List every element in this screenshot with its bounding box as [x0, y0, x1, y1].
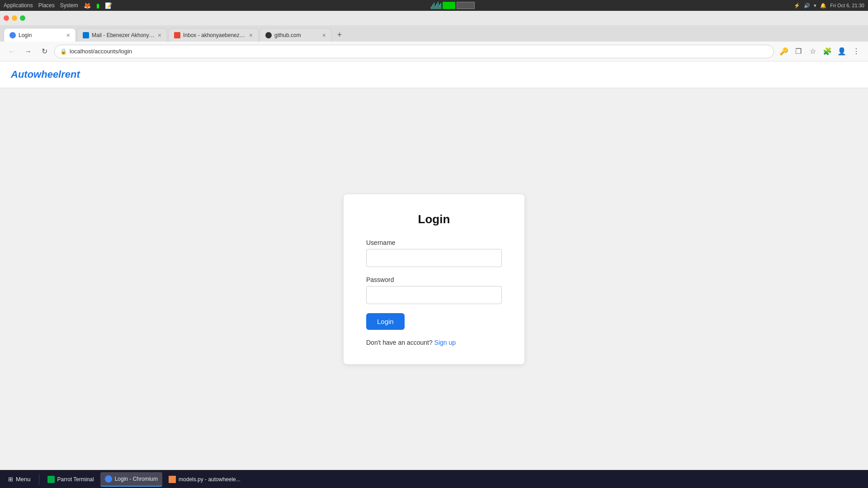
back-button[interactable]: ← — [5, 45, 18, 58]
chromium-taskbar-icon — [105, 475, 112, 483]
tab-login-favicon — [9, 32, 16, 38]
terminal-icon: ▮ — [96, 2, 99, 9]
editor-icon: 📝 — [105, 2, 112, 9]
datetime: Fri Oct 6, 21:30 — [830, 3, 864, 8]
maximize-window-button[interactable] — [20, 15, 25, 21]
profile-button[interactable]: 👤 — [835, 45, 848, 58]
firefox-icon: 🦊 — [84, 2, 91, 9]
tab-github-favicon — [265, 32, 272, 38]
tab-github-title: github.com — [274, 32, 320, 38]
site-header: Autowheelrent — [0, 61, 868, 88]
places-menu[interactable]: Places — [38, 2, 55, 9]
forward-button[interactable]: → — [22, 45, 34, 58]
address-text: localhost/accounts/login — [70, 48, 132, 55]
page-content: Autowheelrent Login Username Password Lo… — [0, 61, 868, 470]
taskbar-models-label: models.py - autowheele... — [179, 476, 241, 483]
taskbar-chromium-label: Login - Chromium — [115, 476, 158, 482]
tab-github-close[interactable]: × — [322, 32, 326, 39]
address-bar[interactable]: 🔒 localhost/accounts/login — [54, 45, 774, 58]
site-logo: Autowheelrent — [11, 69, 80, 80]
os-topbar: Applications Places System 🦊 ▮ 📝 ⚡ 🔊 ▾ 🔔… — [0, 0, 868, 11]
menu-button[interactable]: ⋮ — [850, 45, 863, 58]
signup-link[interactable]: Sign up — [434, 339, 456, 346]
signup-text: Don't have an account? Sign up — [366, 339, 502, 346]
share-button[interactable]: ❐ — [792, 45, 805, 58]
tab-login-title: Login — [19, 32, 64, 38]
secure-icon: 🔒 — [60, 48, 67, 55]
username-group: Username — [366, 239, 502, 267]
login-title: Login — [366, 212, 502, 226]
browser-window: Login × Mail - Ebenezer Akhonya... × Inb… — [0, 11, 868, 470]
memory-indicator — [443, 2, 455, 9]
taskbar-item-models[interactable]: models.py - autowheele... — [164, 472, 245, 487]
volume-icon: 🔊 — [804, 3, 810, 9]
tab-inbox-favicon — [174, 32, 180, 38]
nav-actions: 🔑 ❐ ☆ 🧩 👤 ⋮ — [778, 45, 863, 58]
taskbar-menu-button[interactable]: ⊞ Menu — [4, 474, 35, 484]
tab-mail-close[interactable]: × — [158, 32, 161, 39]
taskbar: ⊞ Menu Parrot Terminal Login - Chromium … — [0, 470, 868, 488]
save-password-button[interactable]: 🔑 — [778, 45, 790, 58]
network-indicator — [457, 2, 475, 9]
network-icon: ▾ — [814, 3, 816, 9]
password-label: Password — [366, 276, 502, 283]
browser-titlebar — [0, 11, 868, 25]
username-input[interactable] — [366, 249, 502, 267]
password-input[interactable] — [366, 286, 502, 304]
taskbar-item-chromium[interactable]: Login - Chromium — [100, 472, 162, 487]
tab-inbox-title: Inbox - akhonyaebenezer... — [183, 32, 246, 38]
tab-inbox[interactable]: Inbox - akhonyaebenezer... × — [168, 28, 259, 42]
bookmark-button[interactable]: ☆ — [807, 45, 819, 58]
login-button-container: Login — [366, 313, 502, 330]
tab-mail-favicon — [83, 32, 89, 38]
taskbar-separator-1 — [39, 474, 39, 485]
login-card: Login Username Password Login Don't have… — [344, 194, 524, 364]
signup-prompt: Don't have an account? — [366, 339, 433, 346]
tab-login-close[interactable]: × — [66, 32, 70, 39]
system-menu[interactable]: System — [60, 2, 78, 9]
new-tab-button[interactable]: + — [333, 28, 346, 42]
system-monitor — [431, 2, 475, 9]
site-main: Login Username Password Login Don't have… — [0, 88, 868, 470]
applications-menu[interactable]: Applications — [4, 2, 33, 9]
tab-mail[interactable]: Mail - Ebenezer Akhonya... × — [77, 28, 167, 42]
taskbar-terminal-label: Parrot Terminal — [57, 476, 94, 483]
terminal-taskbar-icon — [47, 476, 55, 483]
extensions-button[interactable]: 🧩 — [821, 45, 834, 58]
tab-github[interactable]: github.com × — [259, 28, 332, 42]
username-label: Username — [366, 239, 502, 246]
tab-login[interactable]: Login × — [4, 28, 76, 42]
window-controls — [4, 15, 25, 21]
reload-button[interactable]: ↻ — [38, 45, 51, 58]
taskbar-item-terminal[interactable]: Parrot Terminal — [43, 472, 99, 487]
tabs-bar: Login × Mail - Ebenezer Akhonya... × Inb… — [0, 25, 868, 42]
cpu-chart — [431, 2, 441, 9]
system-tray: ⚡ 🔊 ▾ 🔔 Fri Oct 6, 21:30 — [794, 3, 864, 9]
login-button[interactable]: Login — [366, 313, 405, 330]
close-window-button[interactable] — [4, 15, 9, 21]
nav-bar: ← → ↻ 🔒 localhost/accounts/login 🔑 ❐ ☆ 🧩… — [0, 42, 868, 61]
minimize-window-button[interactable] — [12, 15, 17, 21]
bluetooth-icon: ⚡ — [794, 3, 800, 9]
editor-taskbar-icon — [169, 476, 176, 483]
tab-inbox-close[interactable]: × — [249, 32, 253, 39]
menu-grid-icon: ⊞ — [8, 476, 13, 483]
menu-label: Menu — [16, 476, 31, 483]
update-icon: 🔔 — [820, 3, 826, 9]
password-group: Password — [366, 276, 502, 304]
tab-mail-title: Mail - Ebenezer Akhonya... — [92, 32, 155, 38]
